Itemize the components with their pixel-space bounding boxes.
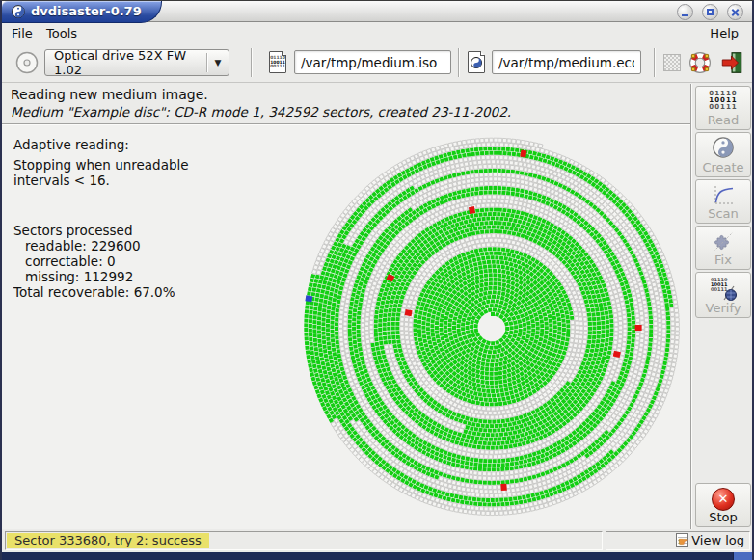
toolbar-separator bbox=[251, 48, 253, 77]
disc-sector-spiral bbox=[290, 126, 695, 529]
fix-button[interactable]: Fix bbox=[695, 226, 751, 270]
minimize-button[interactable] bbox=[677, 4, 693, 20]
create-button[interactable]: Create bbox=[695, 132, 751, 177]
title-bar[interactable]: dvdisaster-0.79 bbox=[2, 1, 752, 22]
sector-status-panel: Sector 333680, try 2: success bbox=[5, 531, 603, 550]
total-recoverable: Total recoverable: 67.0% bbox=[13, 284, 175, 300]
drive-selector[interactable]: Optical drive 52X FW 1.02 ▼ bbox=[44, 49, 229, 76]
sectors-missing: missing: 112992 bbox=[25, 269, 133, 284]
chevron-down-icon: ▼ bbox=[207, 58, 229, 67]
verify-label: Verify bbox=[696, 301, 750, 315]
ecc-file-icon bbox=[468, 51, 485, 73]
window-title: dvdisaster-0.79 bbox=[31, 4, 142, 18]
sectors-correctable: correctable: 0 bbox=[25, 253, 116, 269]
menu-help[interactable]: Help bbox=[704, 25, 744, 41]
stop-button[interactable]: ✕ Stop bbox=[695, 483, 751, 527]
maximize-button[interactable] bbox=[702, 4, 718, 20]
menu-bar: File Tools Help bbox=[2, 23, 752, 42]
ecc-file-input[interactable] bbox=[492, 50, 641, 74]
sector-status-message: Sector 333680, try 2: success bbox=[7, 533, 209, 548]
stop-criterion-line1: Stopping when unreadable bbox=[13, 157, 189, 173]
read-label: Read bbox=[696, 113, 750, 127]
lifebelt-help-icon[interactable] bbox=[687, 50, 713, 75]
sectors-readable: readable: 229600 bbox=[25, 238, 141, 253]
view-log-panel: ☛View log bbox=[606, 531, 750, 550]
log-document-icon: ☛ bbox=[676, 533, 688, 547]
view-log-button[interactable]: ☛View log bbox=[676, 533, 744, 548]
toolbar-separator bbox=[654, 48, 656, 77]
verify-button[interactable]: 011101001100111 Verify bbox=[695, 272, 751, 318]
scan-icon bbox=[696, 184, 750, 205]
quit-icon[interactable] bbox=[719, 50, 744, 75]
verify-icon: 011101001100111 bbox=[696, 277, 750, 300]
menu-tools[interactable]: Tools bbox=[40, 25, 83, 41]
read-button[interactable]: 011101001100111 Read bbox=[695, 86, 751, 130]
image-file-icon: 011101001100111 bbox=[269, 51, 286, 73]
stop-icon: ✕ bbox=[696, 488, 750, 511]
app-window: dvdisaster-0.79 File Tools Help Optical … bbox=[0, 0, 754, 560]
image-file-input[interactable] bbox=[294, 50, 451, 74]
status-message-primary: Reading new medium image. bbox=[11, 87, 208, 102]
status-message-medium-info: Medium "Example disc": CD-R mode 1, 3425… bbox=[11, 104, 511, 120]
fix-icon bbox=[696, 230, 750, 253]
stop-label: Stop bbox=[696, 510, 750, 524]
disc-icon bbox=[14, 50, 40, 75]
view-log-label: View log bbox=[691, 533, 744, 547]
scan-button[interactable]: Scan bbox=[695, 179, 751, 224]
scan-label: Scan bbox=[696, 206, 750, 221]
reading-mode-label: Adaptive reading: bbox=[13, 137, 129, 152]
status-bar: Sector 333680, try 2: success ☛View log bbox=[2, 529, 752, 552]
close-button[interactable] bbox=[727, 4, 743, 20]
create-label: Create bbox=[696, 160, 750, 174]
sectors-processed-header: Sectors processed bbox=[13, 223, 132, 238]
create-icon bbox=[696, 137, 750, 158]
menu-file[interactable]: File bbox=[6, 25, 39, 41]
drive-selector-value: Optical drive 52X FW 1.02 bbox=[45, 48, 206, 77]
resize-grip[interactable] bbox=[733, 552, 752, 560]
window-bottom-border bbox=[2, 552, 752, 560]
toolbar-separator bbox=[458, 48, 460, 77]
title-tab: dvdisaster-0.79 bbox=[2, 1, 162, 23]
fix-label: Fix bbox=[696, 253, 750, 267]
read-icon: 011101001100111 bbox=[696, 91, 750, 111]
preferences-icon-disabled bbox=[663, 54, 681, 71]
app-logo-icon bbox=[12, 5, 25, 18]
stop-criterion-line2: intervals < 16. bbox=[13, 173, 110, 188]
toolbar: Optical drive 52X FW 1.02 ▼ 011101001100… bbox=[2, 42, 752, 83]
